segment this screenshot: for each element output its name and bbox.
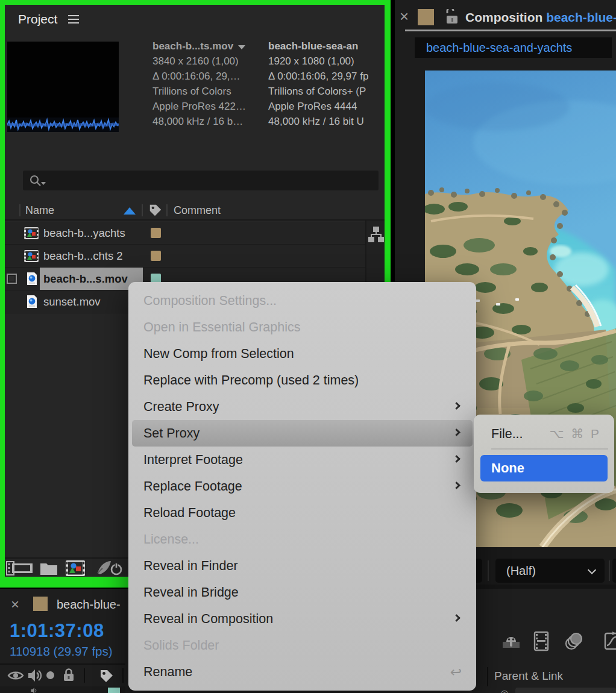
footage-dimensions: 3840 x 2160 (1,00) xyxy=(152,54,263,69)
column-header-comment[interactable]: Comment xyxy=(174,204,221,217)
parent-pickwhip-icon[interactable]: ◎ xyxy=(500,688,510,693)
menu-item-create-proxy[interactable]: Create Proxy xyxy=(128,394,476,420)
menu-item-replace-with-precomp[interactable]: Replace with Precomp (used 2 times) xyxy=(128,367,476,394)
search-icon[interactable] xyxy=(29,174,42,187)
solo-icon[interactable] xyxy=(46,671,54,679)
footage-name-caret-icon[interactable] xyxy=(238,45,245,49)
comp-duration: Δ 0:00:16:06, 29,97 fp xyxy=(268,69,385,84)
timeline-switch-icons xyxy=(494,631,616,653)
menu-item-set-proxy[interactable]: Set Proxy xyxy=(132,420,473,447)
project-item-row[interactable]: beach-b...yachts xyxy=(5,222,385,245)
submenu-chevron-icon xyxy=(453,455,460,463)
submenu-chevron-icon xyxy=(453,614,460,622)
composition-tab[interactable]: beach-blue-sea-and-yachts xyxy=(415,37,612,58)
flowchart-icon[interactable] xyxy=(368,225,385,243)
item-name[interactable]: beach-b...chts 2 xyxy=(43,249,123,263)
timeline-label-color-swatch[interactable] xyxy=(33,597,48,611)
mov-file-icon xyxy=(27,295,37,309)
new-folder-icon[interactable] xyxy=(39,560,58,576)
comp-audio: 48,000 kHz / 16 bit U xyxy=(268,114,385,129)
column-divider[interactable] xyxy=(142,204,143,216)
footage-duration: Δ 0:00:16:06, 29,… xyxy=(152,69,263,84)
footage-preview-thumbnail[interactable] xyxy=(7,42,119,132)
current-timecode[interactable]: 1:01:37:08 xyxy=(10,620,104,642)
submenu-chevron-icon xyxy=(453,428,460,436)
menu-item-rename[interactable]: Rename↩ xyxy=(128,659,476,685)
menu-item-new-comp-from-selection[interactable]: New Comp from Selection xyxy=(128,340,476,367)
interpret-footage-icon[interactable] xyxy=(6,560,34,576)
panel-close-icon[interactable]: × xyxy=(400,7,409,26)
chevron-down-icon xyxy=(588,566,596,574)
set-proxy-submenu: File... ⌥ ⌘ P None xyxy=(474,415,614,493)
item-name[interactable]: sunset.mov xyxy=(43,295,101,309)
item-label-color[interactable] xyxy=(151,251,161,261)
item-name[interactable]: beach-b...yachts xyxy=(43,227,125,240)
panel-title-comp-name: beach-blue- xyxy=(546,10,616,24)
project-panel-title: Project xyxy=(18,12,57,27)
composition-item-icon xyxy=(24,250,39,262)
footage-codec: Apple ProRes 422… xyxy=(152,99,263,114)
proxy-indicator-checkbox[interactable] xyxy=(7,274,17,284)
toolbar-divider xyxy=(488,560,489,581)
comp-dimensions: 1920 x 1080 (1,00) xyxy=(268,54,385,69)
frame-blending-icon[interactable] xyxy=(532,631,550,651)
graph-editor-icon[interactable] xyxy=(604,631,616,651)
parent-dropdown-partial[interactable] xyxy=(515,688,616,693)
comp-label-color-swatch[interactable] xyxy=(418,9,434,25)
motion-blur-icon[interactable] xyxy=(564,632,585,651)
label-column-tag-icon[interactable] xyxy=(148,203,163,218)
new-composition-icon[interactable] xyxy=(64,560,86,577)
selected-row-highlight[interactable]: beach-b...s.mov xyxy=(40,268,143,290)
viewer-toolbar-button-partial[interactable] xyxy=(612,559,616,583)
menu-item-interpret-footage[interactable]: Interpret Footage xyxy=(128,447,476,473)
label-tag-icon[interactable] xyxy=(99,668,115,684)
timeline-tab[interactable]: beach-blue- xyxy=(57,598,125,612)
magnification-dropdown[interactable]: (Half) xyxy=(495,559,605,583)
footage-name[interactable]: beach-b...ts.mov xyxy=(152,39,263,54)
panel-close-icon[interactable]: × xyxy=(11,596,19,613)
shy-layers-icon[interactable] xyxy=(501,631,521,650)
comp-name: beach-blue-sea-an xyxy=(268,39,385,54)
audio-icon[interactable] xyxy=(27,668,43,683)
panel-title: Composition beach-blue- xyxy=(465,10,616,25)
submenu-item-none[interactable]: None xyxy=(480,455,608,481)
divider xyxy=(84,668,85,683)
item-name[interactable]: beach-b...s.mov xyxy=(43,272,142,286)
footage-metadata-secondary: beach-blue-sea-an 1920 x 1080 (1,00) Δ 0… xyxy=(268,39,385,129)
project-search-input[interactable] xyxy=(23,171,379,190)
item-label-color[interactable] xyxy=(151,228,161,238)
column-header-name[interactable]: Name xyxy=(25,204,54,217)
eye-icon[interactable] xyxy=(7,669,24,682)
column-divider[interactable] xyxy=(166,204,168,216)
menu-item-open-essential-graphics: Open in Essential Graphics xyxy=(128,314,476,340)
toolbar-divider xyxy=(609,560,610,581)
menu-item-replace-footage[interactable]: Replace Footage xyxy=(128,473,476,500)
project-item-row[interactable]: beach-b...chts 2 xyxy=(5,245,385,268)
unlock-icon[interactable] xyxy=(445,9,459,25)
menu-item-reveal-in-composition[interactable]: Reveal in Composition xyxy=(128,606,476,632)
magnification-value: (Half) xyxy=(506,564,536,577)
audio-icon[interactable] xyxy=(27,687,42,693)
column-divider[interactable] xyxy=(19,204,20,216)
panel-menu-icon[interactable] xyxy=(68,15,79,24)
comp-color-depth: Trillions of Colors+ (P xyxy=(268,84,385,99)
menu-item-reveal-in-bridge[interactable]: Reveal in Bridge xyxy=(128,579,476,606)
menu-item-composition-settings: Composition Settings... xyxy=(128,287,476,314)
search-options-caret-icon[interactable] xyxy=(41,182,46,185)
menu-item-license: License... xyxy=(128,526,476,553)
frame-rate-info: 110918 (29.97 fps) xyxy=(10,644,113,659)
comp-codec: Apple ProRes 4444 xyxy=(268,99,385,114)
layer-label-color[interactable] xyxy=(108,688,120,693)
submenu-chevron-icon xyxy=(453,402,460,410)
divider xyxy=(0,663,125,665)
menu-item-reload-footage[interactable]: Reload Footage xyxy=(128,500,476,526)
after-effects-window: × Composition beach-blue- beach-blue-sea… xyxy=(0,0,616,693)
render-settings-rocket-icon[interactable] xyxy=(95,560,123,577)
lock-icon[interactable] xyxy=(62,668,75,683)
footage-metadata-primary: beach-b...ts.mov 3840 x 2160 (1,00) Δ 0:… xyxy=(152,39,263,129)
submenu-item-file[interactable]: File... ⌥ ⌘ P xyxy=(474,419,614,448)
timeline-column-icons xyxy=(0,667,125,685)
divider xyxy=(122,668,124,683)
menu-item-reveal-in-finder[interactable]: Reveal in Finder xyxy=(128,553,476,579)
sort-ascending-icon[interactable] xyxy=(124,207,136,215)
